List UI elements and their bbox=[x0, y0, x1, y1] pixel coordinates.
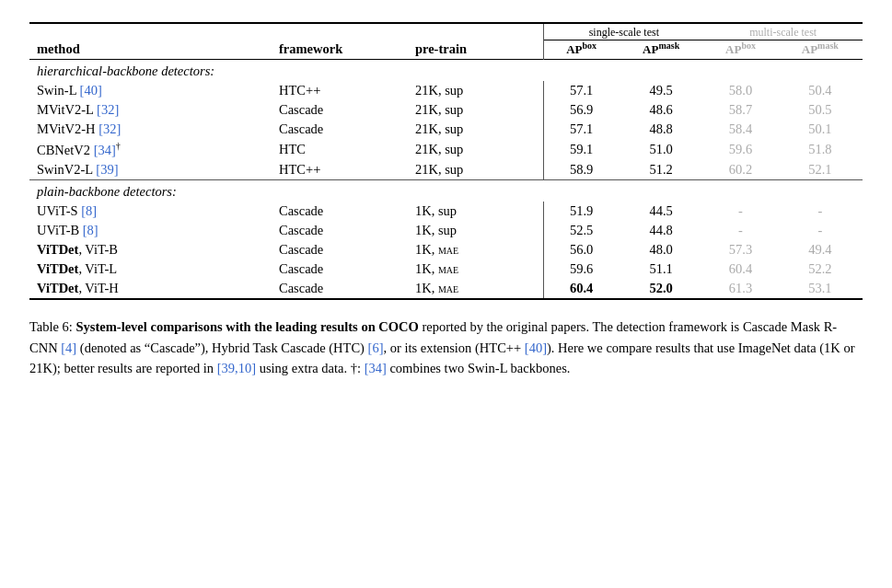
pretrain-cell: 1K, mae bbox=[408, 279, 544, 299]
pretrain-cell: 1K, mae bbox=[408, 259, 544, 279]
caption-ref6[interactable]: [6] bbox=[368, 340, 384, 355]
caption-ref40[interactable]: [40] bbox=[525, 340, 547, 355]
caption-text3: , or its extension (HTC++ bbox=[384, 340, 525, 355]
pretrain-cell: 1K, sup bbox=[408, 202, 544, 221]
col-header-ap-mask-multi: APmask bbox=[778, 40, 863, 60]
ap-box-multi: 61.3 bbox=[703, 279, 777, 299]
framework-cell: Cascade bbox=[272, 221, 408, 240]
framework-cell: Cascade bbox=[272, 279, 408, 299]
ap-box-multi: - bbox=[703, 202, 777, 221]
framework-cell: Cascade bbox=[272, 202, 408, 221]
framework-cell: HTC++ bbox=[272, 81, 408, 100]
col-header-ap-box-single: APbox bbox=[544, 40, 619, 60]
table-row: Swin-L [40] HTC++ 21K, sup 57.1 49.5 58.… bbox=[29, 81, 863, 100]
col-header-single-scale: single-scale test bbox=[544, 23, 703, 40]
col-header-multi-scale: multi-scale test bbox=[703, 23, 863, 40]
framework-cell: Cascade bbox=[272, 100, 408, 120]
ap-mask-multi: 53.1 bbox=[778, 279, 863, 299]
pretrain-cell: 1K, mae bbox=[408, 240, 544, 259]
ap-box-single: 56.9 bbox=[544, 100, 619, 120]
ap-mask-single: 52.0 bbox=[619, 279, 703, 299]
table-row: MVitV2-L [32] Cascade 21K, sup 56.9 48.6… bbox=[29, 100, 863, 120]
method-cell: ViTDet, ViT-B bbox=[29, 240, 272, 259]
method-cell: CBNetV2 [34]† bbox=[29, 139, 272, 160]
pretrain-cell: 21K, sup bbox=[408, 81, 544, 100]
ap-box-single: 51.9 bbox=[544, 202, 619, 221]
ref-link[interactable]: [8] bbox=[81, 203, 97, 218]
col-header-pretrain: pre-train bbox=[408, 23, 544, 60]
header-group-row: method framework pre-train single-scale … bbox=[29, 23, 863, 40]
method-cell: Swin-L [40] bbox=[29, 81, 272, 100]
ap-mask-multi: 51.8 bbox=[778, 139, 863, 160]
framework-cell: HTC bbox=[272, 139, 408, 160]
method-cell: UViT-S [8] bbox=[29, 202, 272, 221]
ref-link[interactable]: [40] bbox=[80, 83, 102, 98]
framework-cell: HTC++ bbox=[272, 160, 408, 180]
ap-box-single: 52.5 bbox=[544, 221, 619, 240]
ap-mask-multi: 50.1 bbox=[778, 120, 863, 139]
ap-mask-multi: 49.4 bbox=[778, 240, 863, 259]
col-header-ap-box-multi: APbox bbox=[703, 40, 777, 60]
ap-mask-multi: - bbox=[778, 221, 863, 240]
results-table: method framework pre-train single-scale … bbox=[29, 22, 863, 300]
ap-box-single: 59.1 bbox=[544, 139, 619, 160]
ap-mask-single: 48.6 bbox=[619, 100, 703, 120]
caption-text5: using extra data. †: bbox=[256, 361, 365, 375]
ap-mask-single: 51.1 bbox=[619, 259, 703, 279]
section-plain-text: plain-backbone detectors: bbox=[29, 180, 863, 202]
pretrain-cell: 21K, sup bbox=[408, 160, 544, 180]
table-row: ViTDet, ViT-L Cascade 1K, mae 59.6 51.1 … bbox=[29, 259, 863, 279]
ref-link[interactable]: [32] bbox=[98, 121, 121, 136]
ap-box-single: 57.1 bbox=[544, 81, 619, 100]
ap-mask-multi: 50.5 bbox=[778, 100, 863, 120]
ap-box-multi: 60.2 bbox=[703, 160, 777, 180]
section-hierarchical-text: hierarchical-backbone detectors: bbox=[29, 60, 863, 82]
caption-text2: (denoted as “Cascade”), Hybrid Task Casc… bbox=[76, 340, 367, 355]
ref-link[interactable]: [32] bbox=[97, 102, 119, 117]
ap-box-single: 59.6 bbox=[544, 259, 619, 279]
ref-link[interactable]: [39] bbox=[96, 162, 118, 177]
ap-box-multi: 60.4 bbox=[703, 259, 777, 279]
caption-ref4[interactable]: [4] bbox=[61, 340, 76, 355]
comparison-table-container: method framework pre-train single-scale … bbox=[29, 22, 863, 300]
ap-mask-multi: - bbox=[778, 202, 863, 221]
method-cell: ViTDet, ViT-L bbox=[29, 259, 272, 279]
ap-box-multi: 59.6 bbox=[703, 139, 777, 160]
ap-box-single: 56.0 bbox=[544, 240, 619, 259]
ap-box-multi: 58.7 bbox=[703, 100, 777, 120]
table-row: UViT-S [8] Cascade 1K, sup 51.9 44.5 - - bbox=[29, 202, 863, 221]
caption-text6: combines two Swin-L backbones. bbox=[387, 361, 571, 375]
framework-cell: Cascade bbox=[272, 259, 408, 279]
pretrain-cell: 21K, sup bbox=[408, 139, 544, 160]
method-cell: UViT-B [8] bbox=[29, 221, 272, 240]
framework-cell: Cascade bbox=[272, 240, 408, 259]
ap-box-multi: 58.4 bbox=[703, 120, 777, 139]
col-header-ap-mask-single: APmask bbox=[619, 40, 703, 60]
method-cell: MVitV2-L [32] bbox=[29, 100, 272, 120]
table-row: MVitV2-H [32] Cascade 21K, sup 57.1 48.8… bbox=[29, 120, 863, 139]
caption-ref34[interactable]: [34] bbox=[365, 361, 387, 375]
ref-link[interactable]: [34] bbox=[94, 143, 116, 157]
ap-box-single: 58.9 bbox=[544, 160, 619, 180]
table-row-last: ViTDet, ViT-H Cascade 1K, mae 60.4 52.0 … bbox=[29, 279, 863, 299]
ap-box-single: 60.4 bbox=[544, 279, 619, 299]
caption-ref39-10[interactable]: [39,10] bbox=[217, 361, 256, 375]
ap-mask-multi: 52.1 bbox=[778, 160, 863, 180]
table-row: CBNetV2 [34]† HTC 21K, sup 59.1 51.0 59.… bbox=[29, 139, 863, 160]
ap-mask-single: 44.5 bbox=[619, 202, 703, 221]
method-cell: SwinV2-L [39] bbox=[29, 160, 272, 180]
table-caption: Table 6: System-level comparisons with t… bbox=[29, 317, 858, 378]
ap-box-single: 57.1 bbox=[544, 120, 619, 139]
ap-mask-single: 48.8 bbox=[619, 120, 703, 139]
ap-mask-single: 44.8 bbox=[619, 221, 703, 240]
pretrain-cell: 21K, sup bbox=[408, 100, 544, 120]
pretrain-cell: 1K, sup bbox=[408, 221, 544, 240]
ap-mask-single: 49.5 bbox=[619, 81, 703, 100]
ref-link[interactable]: [8] bbox=[83, 223, 98, 237]
ap-mask-single: 51.2 bbox=[619, 160, 703, 180]
ap-box-multi: 57.3 bbox=[703, 240, 777, 259]
table-row: SwinV2-L [39] HTC++ 21K, sup 58.9 51.2 6… bbox=[29, 160, 863, 180]
caption-number: Table 6: bbox=[29, 319, 73, 334]
col-header-framework: framework bbox=[272, 23, 408, 60]
ap-mask-multi: 50.4 bbox=[778, 81, 863, 100]
